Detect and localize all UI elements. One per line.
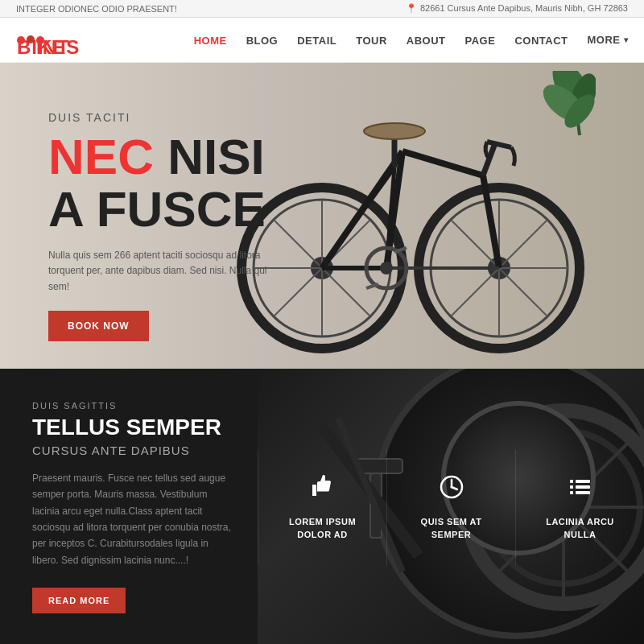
thumbs-up-icon <box>309 473 336 506</box>
svg-rect-67 <box>576 491 590 494</box>
top-bar-left: INTEGER ODIONEC ODIO PRAESENT! <box>16 4 177 14</box>
nav-item-detail[interactable]: DETAIL <box>297 33 336 47</box>
dark-subtitle: CURSUS ANTE DAPIBUS <box>32 444 233 457</box>
dark-description: Praesent mauris. Fusce nec tellus sed au… <box>32 470 233 568</box>
feature-label-3: LACINIA ARCU NULLA <box>546 516 614 541</box>
logo[interactable]: BIKESINT <box>16 29 45 52</box>
hero-section: DUIS TACITI NEC NISI A FUSCE Nulla quis … <box>0 63 644 369</box>
feature-item-2: QUIS SEM AT SEMPER <box>386 449 515 565</box>
nav-item-page[interactable]: PAGE <box>465 33 496 47</box>
nav-link-blog[interactable]: BLOG <box>246 35 279 47</box>
hero-description: Nulla quis sem 266 aptent taciti sociosq… <box>48 248 274 295</box>
svg-line-10 <box>322 268 370 316</box>
feature-label-1: LOREM IPSUM DOLOR AD <box>289 516 356 541</box>
nav-item-more[interactable]: MORE <box>588 34 629 46</box>
nav-item-home[interactable]: HOME <box>194 33 227 47</box>
hero-title-fusce: A FUSCE <box>48 181 266 237</box>
clock-icon <box>438 473 465 506</box>
nav-link-contact[interactable]: CONTACT <box>514 35 568 47</box>
hero-content: DUIS TACITI NEC NISI A FUSCE Nulla quis … <box>48 111 274 341</box>
feature-item-3: LACINIA ARCU NULLA <box>515 449 644 565</box>
svg-rect-66 <box>570 491 573 494</box>
svg-line-20 <box>451 268 499 316</box>
top-bar-right: 📍82661 Cursus Ante Dapibus, Mauris Nibh,… <box>406 3 628 14</box>
nav-item-tour[interactable]: TOUR <box>356 33 387 47</box>
feature-item-1: LOREM IPSUM DOLOR AD <box>258 449 386 565</box>
nav-item-contact[interactable]: CONTACT <box>514 33 568 47</box>
svg-line-33 <box>487 142 511 147</box>
svg-point-61 <box>450 486 452 489</box>
dark-section: DUIS SAGITTIS TELLUS SEMPER CURSUS ANTE … <box>0 369 644 644</box>
hero-subtitle: DUIS TACITI <box>48 111 274 124</box>
svg-line-9 <box>274 268 322 316</box>
top-bar: INTEGER ODIONEC ODIO PRAESENT! 📍82661 Cu… <box>0 0 644 18</box>
logo-text-after: INT <box>36 36 44 44</box>
navbar: BIKESINT HOME BLOG DETAIL TOUR ABOUT PAG… <box>0 18 644 63</box>
nav-link-more[interactable]: MORE <box>588 34 629 46</box>
svg-point-31 <box>364 123 425 139</box>
svg-rect-64 <box>570 485 573 489</box>
nav-links: HOME BLOG DETAIL TOUR ABOUT PAGE CONTACT… <box>194 33 628 47</box>
hero-title-nisi: NISI <box>154 129 265 184</box>
dark-section-left: DUIS SAGITTIS TELLUS SEMPER CURSUS ANTE … <box>0 369 258 644</box>
features-container: LOREM IPSUM DOLOR AD QUIS SEM AT SEMPER <box>258 369 644 644</box>
svg-line-19 <box>499 220 547 268</box>
pin-icon: 📍 <box>406 3 417 13</box>
list-icon <box>567 473 594 506</box>
nav-link-home[interactable]: HOME <box>194 35 227 47</box>
svg-rect-63 <box>576 480 590 483</box>
nav-link-about[interactable]: ABOUT <box>407 35 446 47</box>
svg-point-35 <box>380 262 393 275</box>
svg-line-24 <box>402 151 483 175</box>
hero-title-red: NEC <box>48 129 154 184</box>
dark-title: TELLUS SEMPER <box>32 415 233 440</box>
hero-title: NEC NISI A FUSCE <box>48 130 274 235</box>
svg-line-7 <box>274 220 322 268</box>
logo-text-before: BIKES <box>17 36 25 44</box>
dark-label: DUIS SAGITTIS <box>32 401 233 411</box>
nav-link-page[interactable]: PAGE <box>465 35 496 47</box>
nav-link-detail[interactable]: DETAIL <box>297 35 336 47</box>
nav-item-blog[interactable]: BLOG <box>246 33 279 47</box>
feature-label-2: QUIS SEM AT SEMPER <box>421 516 482 541</box>
svg-rect-62 <box>570 480 573 483</box>
nav-item-about[interactable]: ABOUT <box>407 33 446 47</box>
dark-section-right: LOREM IPSUM DOLOR AD QUIS SEM AT SEMPER <box>258 369 644 644</box>
book-now-button[interactable]: BOOK NOW <box>48 311 149 341</box>
nav-link-tour[interactable]: TOUR <box>356 35 387 47</box>
svg-line-21 <box>499 268 547 316</box>
svg-rect-65 <box>576 485 590 489</box>
read-more-button[interactable]: READ MORE <box>32 588 126 613</box>
